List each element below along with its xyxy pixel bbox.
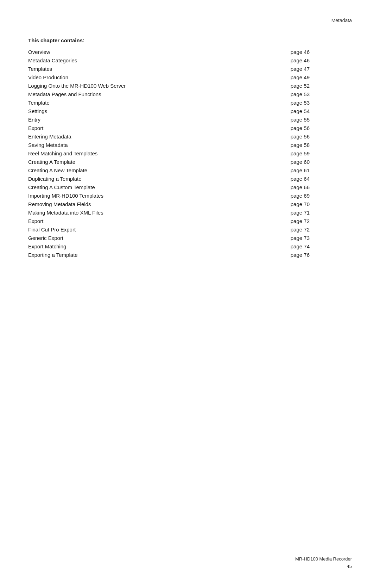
toc-entry-page: page 46 [284, 48, 352, 56]
toc-entry-page: page 76 [284, 250, 352, 259]
toc-row: Exportpage 72 [28, 217, 352, 225]
toc-row: Export Matchingpage 74 [28, 242, 352, 250]
toc-entry-page: page 71 [284, 208, 352, 217]
toc-entry-label: Metadata Pages and Functions [28, 90, 284, 98]
toc-entry-page: page 64 [284, 174, 352, 183]
footer-right: MR-HD100 Media Recorder 45 [295, 556, 352, 570]
toc-row: Video Productionpage 49 [28, 73, 352, 81]
footer-page-number: 45 [295, 563, 352, 570]
toc-entry-page: page 53 [284, 98, 352, 107]
toc-entry-page: page 54 [284, 107, 352, 115]
page-footer: MR-HD100 Media Recorder 45 [28, 556, 352, 570]
toc-entry-label: Export Matching [28, 242, 284, 250]
toc-row: Creating A Templatepage 60 [28, 157, 352, 166]
footer-product: MR-HD100 Media Recorder [295, 556, 352, 563]
toc-entry-label: Metadata Categories [28, 56, 284, 64]
toc-entry-page: page 53 [284, 90, 352, 98]
chapter-contains-label: This chapter contains: [28, 37, 352, 43]
toc-entry-label: Logging Onto the MR-HD100 Web Server [28, 81, 284, 90]
toc-entry-page: page 74 [284, 242, 352, 250]
toc-row: Entering Metadatapage 56 [28, 132, 352, 141]
toc-row: Metadata Pages and Functionspage 53 [28, 90, 352, 98]
toc-row: Saving Metadatapage 58 [28, 141, 352, 149]
toc-entry-label: Duplicating a Template [28, 174, 284, 183]
toc-row: Reel Matching and Templatespage 59 [28, 149, 352, 157]
toc-row: Entrypage 55 [28, 115, 352, 124]
page-header: Metadata [28, 18, 352, 23]
header-title: Metadata [331, 18, 352, 23]
page-container: Metadata This chapter contains: Overview… [0, 0, 380, 588]
toc-entry-page: page 47 [284, 64, 352, 73]
toc-row: Making Metadata into XML Filespage 71 [28, 208, 352, 217]
toc-entry-label: Final Cut Pro Export [28, 225, 284, 234]
toc-entry-label: Generic Export [28, 234, 284, 242]
toc-entry-page: page 61 [284, 166, 352, 174]
toc-entry-label: Importing MR-HD100 Templates [28, 191, 284, 200]
toc-entry-label: Overview [28, 48, 284, 56]
toc-row: Creating A Custom Templatepage 66 [28, 183, 352, 191]
toc-row: Removing Metadata Fieldspage 70 [28, 200, 352, 208]
toc-row: Importing MR-HD100 Templatespage 69 [28, 191, 352, 200]
toc-entry-page: page 52 [284, 81, 352, 90]
toc-entry-label: Settings [28, 107, 284, 115]
toc-entry-page: page 72 [284, 225, 352, 234]
toc-entry-label: Creating A New Template [28, 166, 284, 174]
toc-entry-page: page 73 [284, 234, 352, 242]
toc-entry-label: Entering Metadata [28, 132, 284, 141]
toc-entry-page: page 56 [284, 124, 352, 132]
toc-entry-label: Export [28, 217, 284, 225]
toc-row: Settingspage 54 [28, 107, 352, 115]
toc-row: Templatespage 47 [28, 64, 352, 73]
toc-entry-label: Entry [28, 115, 284, 124]
toc-entry-page: page 72 [284, 217, 352, 225]
toc-row: Overviewpage 46 [28, 48, 352, 56]
toc-entry-page: page 46 [284, 56, 352, 64]
toc-entry-label: Making Metadata into XML Files [28, 208, 284, 217]
toc-entry-page: page 58 [284, 141, 352, 149]
toc-row: Duplicating a Templatepage 64 [28, 174, 352, 183]
toc-entry-label: Saving Metadata [28, 141, 284, 149]
toc-entry-page: page 69 [284, 191, 352, 200]
toc-table: Overviewpage 46Metadata Categoriespage 4… [28, 48, 352, 259]
toc-entry-page: page 59 [284, 149, 352, 157]
toc-row: Final Cut Pro Exportpage 72 [28, 225, 352, 234]
toc-entry-label: Reel Matching and Templates [28, 149, 284, 157]
toc-entry-label: Exporting a Template [28, 250, 284, 259]
toc-row: Generic Exportpage 73 [28, 234, 352, 242]
toc-entry-page: page 49 [284, 73, 352, 81]
toc-row: Exportpage 56 [28, 124, 352, 132]
toc-entry-label: Removing Metadata Fields [28, 200, 284, 208]
toc-row: Metadata Categoriespage 46 [28, 56, 352, 64]
toc-entry-label: Templates [28, 64, 284, 73]
toc-row: Logging Onto the MR-HD100 Web Serverpage… [28, 81, 352, 90]
toc-entry-label: Export [28, 124, 284, 132]
toc-entry-label: Creating A Template [28, 157, 284, 166]
toc-entry-label: Video Production [28, 73, 284, 81]
toc-entry-page: page 66 [284, 183, 352, 191]
toc-entry-page: page 55 [284, 115, 352, 124]
toc-row: Exporting a Templatepage 76 [28, 250, 352, 259]
toc-row: Templatepage 53 [28, 98, 352, 107]
toc-row: Creating A New Templatepage 61 [28, 166, 352, 174]
toc-entry-label: Template [28, 98, 284, 107]
toc-entry-page: page 60 [284, 157, 352, 166]
toc-entry-page: page 56 [284, 132, 352, 141]
toc-entry-label: Creating A Custom Template [28, 183, 284, 191]
toc-entry-page: page 70 [284, 200, 352, 208]
